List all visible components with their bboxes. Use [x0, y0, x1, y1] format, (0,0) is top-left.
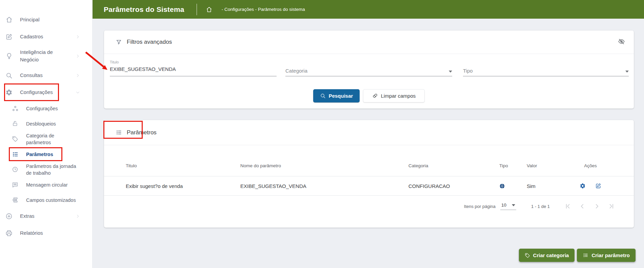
chevron-down-icon — [76, 90, 80, 95]
sidebar-item-inteligencia[interactable]: Inteligência de Negócio — [0, 45, 92, 67]
sidebar-item-label: Cadastros — [20, 33, 43, 40]
sidebar-item-label: Parâmetros — [26, 151, 53, 158]
items-per-page-select[interactable]: 10 — [500, 203, 516, 210]
filter-funnel-icon — [116, 39, 122, 45]
plus-circle-icon — [5, 213, 14, 220]
sidebar-item-configuracoes[interactable]: Configurações — [0, 84, 92, 101]
unlock-icon — [12, 120, 19, 127]
cell-titulo: Exibir sugest?o de venda — [126, 183, 240, 189]
dropdown-arrow-icon — [449, 71, 452, 73]
titulo-input[interactable] — [110, 66, 277, 72]
chevron-right-icon — [76, 214, 80, 218]
search-button-label: Pesquisar — [329, 93, 353, 99]
sidebar-item-consultas[interactable]: Consultas — [0, 67, 92, 84]
sidebar-item-cadastros[interactable]: Cadastros — [0, 28, 92, 45]
create-category-button[interactable]: Criar categoria — [519, 249, 575, 262]
filters-card-header: Filtros avançados — [104, 31, 634, 54]
cell-nome: EXIBE_SUGESTAO_VENDA — [240, 183, 408, 189]
sidebar-item-categoria-parametros[interactable]: Categoria de parâmetros — [0, 131, 92, 147]
row-settings-button[interactable] — [580, 183, 586, 189]
message-icon — [12, 181, 19, 188]
toggle-visibility-button[interactable] — [618, 38, 625, 45]
header-divider — [197, 4, 197, 15]
globe-icon — [499, 183, 527, 189]
search-button[interactable]: Pesquisar — [313, 89, 360, 102]
breadcrumb: - Configurações - Parâmetros do sistema — [222, 7, 305, 12]
row-edit-button[interactable] — [595, 183, 601, 189]
sidebar-item-extras[interactable]: Extras — [0, 208, 92, 225]
lightbulb-icon — [5, 52, 14, 60]
list-icon — [12, 151, 19, 158]
first-page-button[interactable] — [564, 203, 571, 210]
chevron-right-icon — [76, 73, 80, 78]
gear-icon — [5, 89, 14, 96]
clear-fields-button-label: Limpar campos — [381, 93, 416, 99]
sidebar-item-label: Principal — [20, 16, 40, 23]
filters-title: Filtros avançados — [127, 39, 172, 45]
dropdown-arrow-icon — [625, 71, 629, 73]
clock-icon — [12, 166, 19, 173]
chevron-right-icon — [76, 54, 80, 58]
sidebar-item-label: Campos customizados — [26, 197, 76, 204]
edit-icon — [5, 33, 14, 40]
column-header-nome: Nome do parâmetro — [240, 163, 408, 168]
clear-fields-button[interactable]: Limpar campos — [363, 89, 425, 102]
table-header-row: Titulo Nome do parâmetro Categoria Tipo … — [104, 145, 634, 176]
table-row: Exibir sugest?o de venda EXIBE_SUGESTAO_… — [104, 176, 634, 196]
column-header-tipo: Tipo — [499, 163, 527, 168]
next-page-button[interactable] — [593, 203, 601, 210]
dropdown-arrow-icon — [512, 204, 515, 206]
sidebar: Principal Cadastros Inteligência de Negó… — [0, 0, 93, 268]
column-header-acoes: Ações — [565, 163, 616, 168]
sidebar-item-label: Extras — [20, 212, 35, 220]
sidebar-item-label: Consultas — [20, 72, 43, 79]
home-breadcrumb-icon[interactable] — [206, 6, 213, 13]
items-per-page-value: 10 — [501, 203, 506, 208]
categoria-placeholder: Categoria — [285, 68, 307, 74]
sidebar-item-relatorios[interactable]: Relatórios — [0, 225, 92, 242]
last-page-button[interactable] — [608, 203, 615, 210]
search-icon — [5, 72, 14, 79]
sidebar-item-parametros-jornada[interactable]: Parâmetros da jornada de trabalho — [0, 162, 92, 177]
page-title: Parâmetros do Sistema — [104, 5, 184, 14]
categoria-select[interactable]: Categoria — [285, 60, 452, 76]
sidebar-item-parametros[interactable]: Parâmetros — [0, 147, 92, 162]
top-header-bar: Parâmetros do Sistema - Configurações - … — [93, 0, 644, 19]
sidebar-item-label: Parâmetros da jornada de trabalho — [26, 163, 80, 176]
sidebar-item-label: Inteligência de Negócio — [20, 49, 72, 63]
sidebar-item-mensagem-circular[interactable]: Mensagem circular — [0, 177, 92, 192]
sidebar-item-campos-customizados[interactable]: Campos customizados — [0, 192, 92, 208]
parameters-title: Parâmetros — [127, 129, 157, 136]
column-header-titulo: Titulo — [126, 163, 240, 168]
column-header-categoria: Categoria — [408, 163, 499, 168]
sidebar-item-label: Relatórios — [20, 229, 43, 237]
cell-acoes — [565, 183, 616, 189]
create-category-label: Criar categoria — [533, 252, 569, 258]
layers-icon — [12, 197, 19, 203]
sidebar-item-label: Configurações — [26, 105, 58, 112]
sidebar-item-label: Desbloqueios — [26, 120, 56, 127]
tipo-select[interactable]: Tipo — [463, 60, 629, 76]
printer-icon — [5, 230, 14, 237]
home-icon — [5, 16, 14, 23]
create-parameter-label: Criar parâmetro — [591, 252, 630, 258]
footer-actions: Criar categoria Criar parâmetro — [519, 249, 636, 262]
pagination-nav — [564, 203, 615, 210]
parameters-card: Parâmetros Titulo Nome do parâmetro Cate… — [104, 120, 634, 228]
sidebar-item-label: Categoria de parâmetros — [26, 132, 80, 146]
main-content: Filtros avançados Titulo Categoria Tipo … — [93, 19, 644, 268]
filters-buttons: Pesquisar Limpar campos — [313, 89, 425, 102]
sidebar-nav: Principal Cadastros Inteligência de Negó… — [0, 0, 92, 242]
sidebar-item-label: Configurações — [20, 89, 53, 96]
previous-page-button[interactable] — [579, 203, 586, 210]
sidebar-item-desbloqueios[interactable]: Desbloqueios — [0, 116, 92, 131]
column-header-valor: Valor — [527, 163, 565, 168]
sidebar-item-label: Mensagem circular — [26, 181, 68, 188]
sidebar-item-sub-configuracoes[interactable]: Configurações — [0, 101, 92, 116]
create-parameter-button[interactable]: Criar parâmetro — [577, 249, 636, 262]
sidebar-item-principal[interactable]: Principal — [0, 11, 92, 28]
titulo-field: Titulo — [110, 60, 277, 76]
titulo-field-label: Titulo — [110, 60, 277, 64]
pagination-range: 1 - 1 de 1 — [531, 204, 550, 209]
workspaces-icon — [12, 105, 19, 112]
